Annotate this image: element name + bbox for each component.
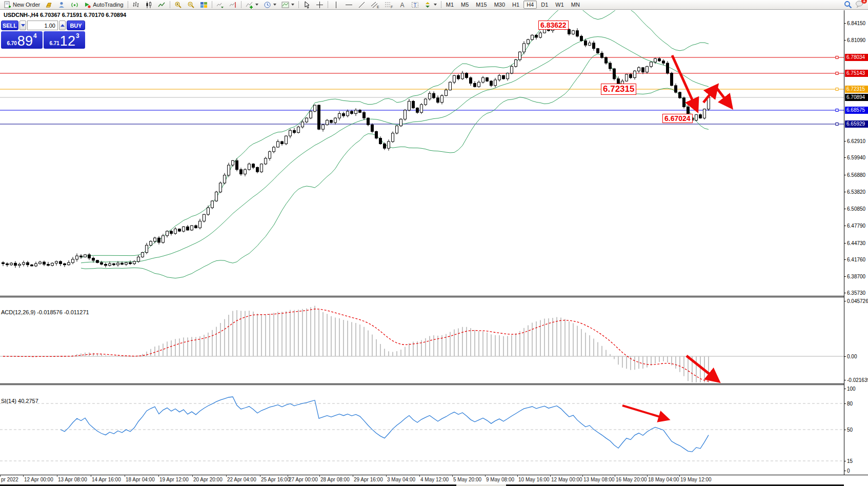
rsi-tick-label: 50 (847, 427, 853, 433)
timeframe-w1[interactable]: W1 (552, 1, 567, 9)
axis-tickmark (844, 259, 846, 260)
timeframe-m1[interactable]: M1 (443, 1, 457, 9)
date-tickmark (582, 475, 583, 477)
equidistant-channel-button[interactable]: E (368, 0, 382, 10)
volume-input[interactable] (27, 21, 58, 30)
macd-tick-label: 0.00 (847, 354, 857, 359)
date-tickmark (386, 475, 387, 477)
date-tick-label: 16 May 20:00 (616, 477, 647, 482)
axis-tickmark (844, 430, 846, 430)
fibonacci-icon: F (385, 1, 393, 9)
level-price-label: 6.72315 (845, 86, 868, 93)
zoom-out-button[interactable] (185, 0, 197, 10)
fibonacci-button[interactable]: F (382, 0, 396, 10)
timeframe-m5[interactable]: M5 (458, 1, 472, 9)
timeframe-mn[interactable]: MN (568, 1, 583, 9)
date-tick-label: 20 Apr 20:00 (193, 477, 223, 482)
date-tick-label: 28 Apr 08:00 (320, 477, 350, 482)
line-chart-button[interactable] (155, 0, 168, 10)
price-tick-label: 6.35730 (847, 290, 865, 296)
date-tickmark (226, 475, 227, 477)
crosshair-button[interactable] (313, 0, 326, 10)
arrows-dropdown-caret[interactable] (434, 4, 437, 6)
arrows-button[interactable] (421, 0, 439, 10)
sell-price-display[interactable]: 6.70 89 4 (1, 31, 43, 49)
timeframe-m15[interactable]: M15 (473, 1, 490, 9)
date-tick-label: 27 Apr 00:00 (289, 477, 318, 482)
date-tickmark (125, 475, 125, 477)
level-price-label: 6.75143 (845, 70, 868, 77)
date-tickmark (260, 475, 260, 477)
horizontal-line-button[interactable] (342, 0, 355, 10)
signals-button[interactable] (68, 0, 81, 10)
chart-window[interactable]: 6.841506.810906.629106.599406.568806.538… (0, 10, 868, 486)
text-icon: A (398, 1, 406, 9)
templates-button[interactable] (279, 0, 297, 10)
axis-tickmark (844, 192, 846, 192)
volume-increase-button[interactable] (59, 21, 66, 30)
auto-scroll-button[interactable] (214, 0, 227, 10)
date-axis[interactable]: pr 202212 Apr 00:0013 Apr 08:0014 Apr 16… (0, 475, 868, 486)
price-chart-pane[interactable] (0, 10, 844, 296)
text-icon-letter: A (400, 2, 404, 9)
bar-chart-button[interactable] (130, 0, 143, 10)
deposit-button[interactable] (43, 0, 55, 10)
rsi-trend-arrow (622, 406, 667, 419)
axis-tickmark (844, 461, 846, 461)
periods-button[interactable] (261, 0, 279, 10)
new-order-icon (4, 1, 11, 9)
sell-button[interactable]: SELL (1, 21, 18, 30)
buy-price-prefix: 6.71 (49, 40, 59, 46)
cursor-button[interactable] (300, 0, 313, 10)
text-button[interactable]: A (396, 0, 409, 10)
new-order-button[interactable]: New Order (1, 0, 43, 10)
axis-tickmark (844, 243, 846, 244)
date-tickmark (452, 475, 453, 477)
buy-button[interactable]: BUY (67, 21, 85, 30)
trendline-icon (358, 1, 366, 9)
indicators-dropdown-caret[interactable] (255, 4, 258, 6)
volume-decrease-button[interactable] (19, 21, 26, 30)
rsi-indicator-pane[interactable] (0, 385, 844, 475)
price-annotation-box: 6.83622 (538, 21, 569, 30)
date-tickmark (57, 475, 57, 477)
templates-dropdown-caret[interactable] (291, 4, 294, 6)
autotrading-label: AutoTrading (93, 2, 124, 8)
timeframe-h1[interactable]: H1 (509, 1, 522, 9)
indicators-button[interactable] (243, 0, 261, 10)
autotrading-button[interactable]: AutoTrading (81, 0, 126, 10)
community-button[interactable] (55, 0, 68, 10)
zoom-in-button[interactable] (172, 0, 185, 10)
zoom-in-icon (174, 1, 182, 9)
toolbar-separator (298, 1, 299, 8)
buy-price-pips: 12 (60, 34, 75, 48)
date-tick-label: 5 May 20:00 (453, 477, 481, 482)
chart-shift-button[interactable] (227, 0, 239, 10)
vertical-line-button[interactable] (330, 0, 342, 10)
tile-windows-icon (200, 1, 208, 9)
macd-indicator-pane[interactable] (0, 297, 844, 383)
auto-scroll-icon (216, 1, 224, 9)
timeframe-d1[interactable]: D1 (538, 1, 551, 9)
timeframe-h4[interactable]: H4 (523, 1, 537, 9)
notification-badge: 1 (861, 0, 867, 4)
trendline-button[interactable] (355, 0, 368, 10)
periods-dropdown-caret[interactable] (273, 4, 276, 6)
price-axis[interactable]: 6.841506.810906.629106.599406.568806.538… (844, 10, 868, 475)
timeframe-m30[interactable]: M30 (491, 1, 508, 9)
tile-windows-button[interactable] (197, 0, 210, 10)
axis-tickmark (844, 380, 846, 380)
sell-price-point: 4 (33, 32, 37, 39)
sell-price-prefix: 6.70 (7, 40, 16, 46)
trend-arrow (717, 88, 730, 106)
price-annotation-box: 6.67024 (662, 114, 693, 123)
date-tick-label: 13 Apr 08:00 (58, 477, 87, 482)
date-tick-label: 18 May 04:00 (648, 477, 679, 482)
date-tickmark (319, 475, 320, 477)
rsi-tick-label: 15 (847, 458, 853, 464)
search-icon[interactable] (844, 1, 852, 9)
candlestick-chart-button[interactable] (143, 0, 155, 10)
buy-price-display[interactable]: 6.71 12 3 (44, 31, 85, 49)
notifications-button[interactable]: 1 (855, 0, 864, 10)
text-label-button[interactable]: T (409, 0, 421, 10)
